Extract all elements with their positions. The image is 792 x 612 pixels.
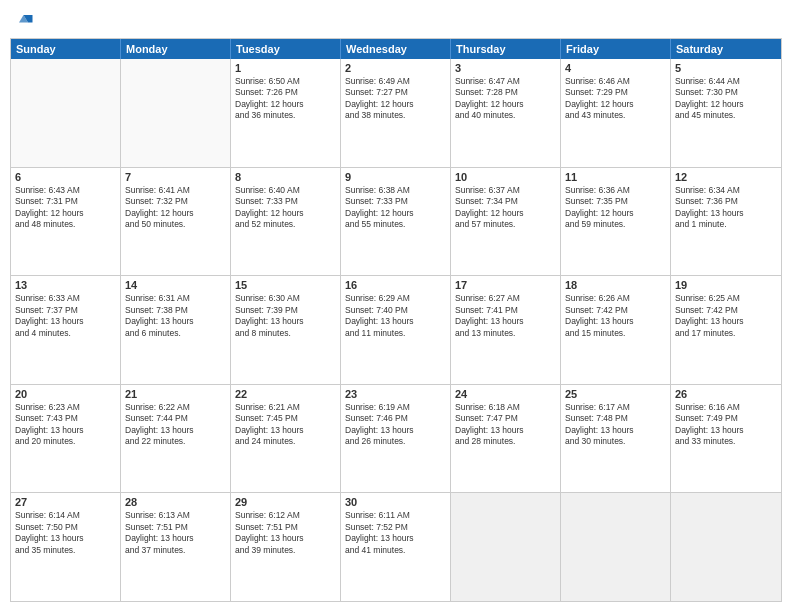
cell-info: Sunrise: 6:26 AM Sunset: 7:42 PM Dayligh… (565, 293, 666, 339)
day-number: 20 (15, 388, 116, 400)
cell-info: Sunrise: 6:36 AM Sunset: 7:35 PM Dayligh… (565, 185, 666, 231)
calendar-cell: 21Sunrise: 6:22 AM Sunset: 7:44 PM Dayli… (121, 385, 231, 493)
day-number: 27 (15, 496, 116, 508)
day-number: 29 (235, 496, 336, 508)
cell-info: Sunrise: 6:40 AM Sunset: 7:33 PM Dayligh… (235, 185, 336, 231)
calendar-row: 13Sunrise: 6:33 AM Sunset: 7:37 PM Dayli… (11, 275, 781, 384)
cell-info: Sunrise: 6:47 AM Sunset: 7:28 PM Dayligh… (455, 76, 556, 122)
cell-info: Sunrise: 6:43 AM Sunset: 7:31 PM Dayligh… (15, 185, 116, 231)
cell-info: Sunrise: 6:41 AM Sunset: 7:32 PM Dayligh… (125, 185, 226, 231)
cell-info: Sunrise: 6:33 AM Sunset: 7:37 PM Dayligh… (15, 293, 116, 339)
logo (14, 10, 34, 30)
weekday-header: Tuesday (231, 39, 341, 59)
calendar-cell (451, 493, 561, 601)
header (10, 10, 782, 30)
day-number: 9 (345, 171, 446, 183)
cell-info: Sunrise: 6:13 AM Sunset: 7:51 PM Dayligh… (125, 510, 226, 556)
calendar-cell: 2Sunrise: 6:49 AM Sunset: 7:27 PM Daylig… (341, 59, 451, 167)
cell-info: Sunrise: 6:18 AM Sunset: 7:47 PM Dayligh… (455, 402, 556, 448)
cell-info: Sunrise: 6:14 AM Sunset: 7:50 PM Dayligh… (15, 510, 116, 556)
calendar-cell: 3Sunrise: 6:47 AM Sunset: 7:28 PM Daylig… (451, 59, 561, 167)
calendar-cell: 4Sunrise: 6:46 AM Sunset: 7:29 PM Daylig… (561, 59, 671, 167)
calendar-cell: 26Sunrise: 6:16 AM Sunset: 7:49 PM Dayli… (671, 385, 781, 493)
calendar-cell: 17Sunrise: 6:27 AM Sunset: 7:41 PM Dayli… (451, 276, 561, 384)
calendar-cell: 27Sunrise: 6:14 AM Sunset: 7:50 PM Dayli… (11, 493, 121, 601)
calendar-cell: 12Sunrise: 6:34 AM Sunset: 7:36 PM Dayli… (671, 168, 781, 276)
calendar-row: 1Sunrise: 6:50 AM Sunset: 7:26 PM Daylig… (11, 59, 781, 167)
cell-info: Sunrise: 6:34 AM Sunset: 7:36 PM Dayligh… (675, 185, 777, 231)
calendar-body: 1Sunrise: 6:50 AM Sunset: 7:26 PM Daylig… (11, 59, 781, 601)
calendar-cell: 15Sunrise: 6:30 AM Sunset: 7:39 PM Dayli… (231, 276, 341, 384)
day-number: 14 (125, 279, 226, 291)
day-number: 3 (455, 62, 556, 74)
calendar-cell: 29Sunrise: 6:12 AM Sunset: 7:51 PM Dayli… (231, 493, 341, 601)
cell-info: Sunrise: 6:16 AM Sunset: 7:49 PM Dayligh… (675, 402, 777, 448)
weekday-header: Monday (121, 39, 231, 59)
calendar-cell: 8Sunrise: 6:40 AM Sunset: 7:33 PM Daylig… (231, 168, 341, 276)
day-number: 5 (675, 62, 777, 74)
day-number: 10 (455, 171, 556, 183)
calendar-cell: 7Sunrise: 6:41 AM Sunset: 7:32 PM Daylig… (121, 168, 231, 276)
calendar-cell (671, 493, 781, 601)
day-number: 16 (345, 279, 446, 291)
cell-info: Sunrise: 6:44 AM Sunset: 7:30 PM Dayligh… (675, 76, 777, 122)
calendar-cell: 23Sunrise: 6:19 AM Sunset: 7:46 PM Dayli… (341, 385, 451, 493)
day-number: 18 (565, 279, 666, 291)
weekday-header: Sunday (11, 39, 121, 59)
weekday-header: Friday (561, 39, 671, 59)
cell-info: Sunrise: 6:50 AM Sunset: 7:26 PM Dayligh… (235, 76, 336, 122)
calendar-cell: 28Sunrise: 6:13 AM Sunset: 7:51 PM Dayli… (121, 493, 231, 601)
cell-info: Sunrise: 6:38 AM Sunset: 7:33 PM Dayligh… (345, 185, 446, 231)
calendar-cell: 5Sunrise: 6:44 AM Sunset: 7:30 PM Daylig… (671, 59, 781, 167)
calendar-cell: 20Sunrise: 6:23 AM Sunset: 7:43 PM Dayli… (11, 385, 121, 493)
cell-info: Sunrise: 6:23 AM Sunset: 7:43 PM Dayligh… (15, 402, 116, 448)
cell-info: Sunrise: 6:27 AM Sunset: 7:41 PM Dayligh… (455, 293, 556, 339)
day-number: 7 (125, 171, 226, 183)
calendar-cell: 13Sunrise: 6:33 AM Sunset: 7:37 PM Dayli… (11, 276, 121, 384)
day-number: 11 (565, 171, 666, 183)
day-number: 30 (345, 496, 446, 508)
cell-info: Sunrise: 6:12 AM Sunset: 7:51 PM Dayligh… (235, 510, 336, 556)
cell-info: Sunrise: 6:46 AM Sunset: 7:29 PM Dayligh… (565, 76, 666, 122)
calendar-cell: 18Sunrise: 6:26 AM Sunset: 7:42 PM Dayli… (561, 276, 671, 384)
weekday-header: Wednesday (341, 39, 451, 59)
day-number: 17 (455, 279, 556, 291)
cell-info: Sunrise: 6:31 AM Sunset: 7:38 PM Dayligh… (125, 293, 226, 339)
calendar-cell (11, 59, 121, 167)
calendar-header: SundayMondayTuesdayWednesdayThursdayFrid… (11, 39, 781, 59)
logo-icon (16, 12, 34, 30)
cell-info: Sunrise: 6:25 AM Sunset: 7:42 PM Dayligh… (675, 293, 777, 339)
day-number: 23 (345, 388, 446, 400)
calendar-cell: 19Sunrise: 6:25 AM Sunset: 7:42 PM Dayli… (671, 276, 781, 384)
day-number: 13 (15, 279, 116, 291)
calendar-cell: 22Sunrise: 6:21 AM Sunset: 7:45 PM Dayli… (231, 385, 341, 493)
calendar-cell: 6Sunrise: 6:43 AM Sunset: 7:31 PM Daylig… (11, 168, 121, 276)
day-number: 26 (675, 388, 777, 400)
day-number: 8 (235, 171, 336, 183)
calendar-row: 20Sunrise: 6:23 AM Sunset: 7:43 PM Dayli… (11, 384, 781, 493)
calendar-cell: 14Sunrise: 6:31 AM Sunset: 7:38 PM Dayli… (121, 276, 231, 384)
calendar-cell: 10Sunrise: 6:37 AM Sunset: 7:34 PM Dayli… (451, 168, 561, 276)
calendar-cell: 16Sunrise: 6:29 AM Sunset: 7:40 PM Dayli… (341, 276, 451, 384)
weekday-header: Thursday (451, 39, 561, 59)
cell-info: Sunrise: 6:30 AM Sunset: 7:39 PM Dayligh… (235, 293, 336, 339)
weekday-header: Saturday (671, 39, 781, 59)
calendar-cell: 1Sunrise: 6:50 AM Sunset: 7:26 PM Daylig… (231, 59, 341, 167)
day-number: 28 (125, 496, 226, 508)
day-number: 25 (565, 388, 666, 400)
day-number: 4 (565, 62, 666, 74)
cell-info: Sunrise: 6:17 AM Sunset: 7:48 PM Dayligh… (565, 402, 666, 448)
day-number: 6 (15, 171, 116, 183)
cell-info: Sunrise: 6:37 AM Sunset: 7:34 PM Dayligh… (455, 185, 556, 231)
day-number: 2 (345, 62, 446, 74)
calendar-cell: 9Sunrise: 6:38 AM Sunset: 7:33 PM Daylig… (341, 168, 451, 276)
calendar-cell: 24Sunrise: 6:18 AM Sunset: 7:47 PM Dayli… (451, 385, 561, 493)
cell-info: Sunrise: 6:29 AM Sunset: 7:40 PM Dayligh… (345, 293, 446, 339)
page: SundayMondayTuesdayWednesdayThursdayFrid… (0, 0, 792, 612)
calendar-row: 6Sunrise: 6:43 AM Sunset: 7:31 PM Daylig… (11, 167, 781, 276)
day-number: 12 (675, 171, 777, 183)
calendar-cell (121, 59, 231, 167)
day-number: 21 (125, 388, 226, 400)
cell-info: Sunrise: 6:49 AM Sunset: 7:27 PM Dayligh… (345, 76, 446, 122)
cell-info: Sunrise: 6:21 AM Sunset: 7:45 PM Dayligh… (235, 402, 336, 448)
